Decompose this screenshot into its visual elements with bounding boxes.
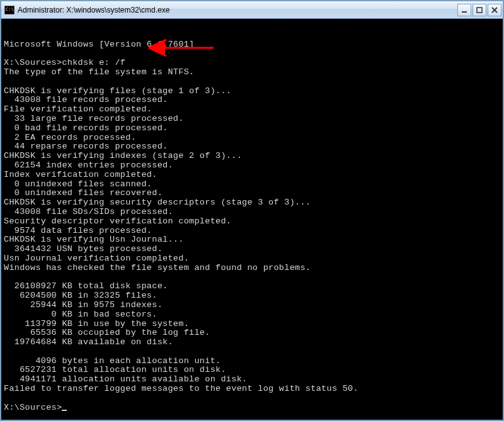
- cursor: [62, 410, 67, 411]
- cmd-window: Administrator: X:\windows\system32\cmd.e…: [0, 0, 504, 421]
- close-button[interactable]: [488, 4, 501, 16]
- svg-rect-1: [477, 8, 482, 13]
- window-controls: [457, 4, 501, 16]
- titlebar[interactable]: Administrator: X:\windows\system32\cmd.e…: [1, 1, 503, 19]
- cmd-icon: [4, 4, 15, 16]
- maximize-button[interactable]: [472, 4, 486, 16]
- svg-rect-0: [462, 11, 467, 13]
- console-output[interactable]: Microsoft Windows [Version 6.1.7601] X:\…: [1, 19, 503, 420]
- window-title: Administrator: X:\windows\system32\cmd.e…: [18, 6, 457, 14]
- minimize-button[interactable]: [457, 4, 471, 16]
